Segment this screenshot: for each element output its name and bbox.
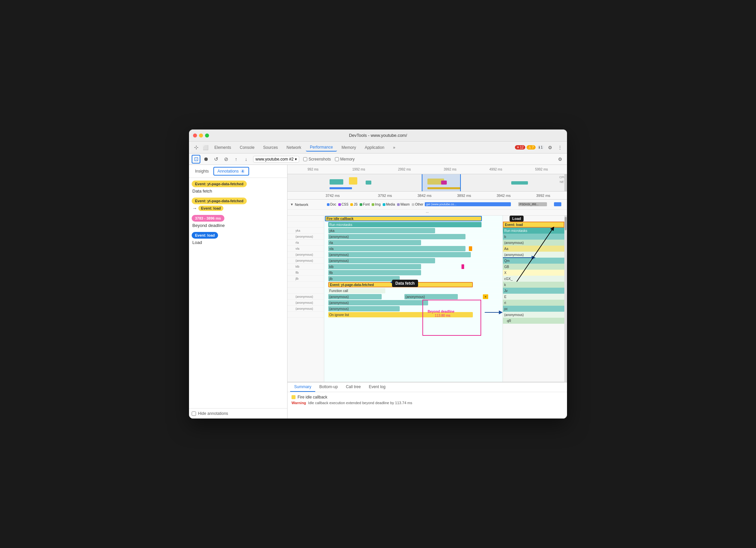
inspector-icon[interactable]: ⊹	[192, 143, 200, 152]
record-button[interactable]: ⊡	[192, 155, 200, 164]
left-panel: Insights Annotations 4 Event: yt-page-da…	[189, 165, 288, 419]
tab-memory[interactable]: Memory	[338, 144, 360, 151]
minimap-scrollbar[interactable]	[564, 174, 567, 191]
event-load-block[interactable]: Event: load	[503, 222, 564, 228]
dropdown-icon[interactable]: ▾	[483, 294, 488, 299]
aa-block[interactable]: Aa	[503, 246, 564, 252]
anon-right-1[interactable]: (anonymous)	[503, 240, 564, 246]
close-button[interactable]	[193, 133, 197, 138]
tab-application[interactable]: Application	[361, 144, 388, 151]
ann1-chip[interactable]: Event: yt-page-data-fetched	[192, 181, 247, 187]
scrollbar-thumb[interactable]	[565, 217, 567, 230]
flame-label-2: yka	[288, 228, 324, 234]
anon2-block[interactable]: (anonymous)	[328, 252, 471, 257]
bottom-up-tab[interactable]: Bottom-up	[315, 382, 342, 392]
cgx-block[interactable]: cGX_	[503, 276, 564, 282]
warning-count: ⚠ 7	[527, 145, 536, 150]
qm-block[interactable]: Qm	[503, 258, 564, 264]
network-label-text: Network	[295, 203, 308, 207]
jv-block[interactable]: Jv	[503, 288, 564, 294]
traffic-lights	[193, 133, 209, 138]
insights-annotations-tabs: Insights Annotations 4	[189, 165, 287, 178]
data-fetch-tooltip: Data fetch	[392, 280, 418, 287]
download-button[interactable]: ↓	[242, 155, 250, 164]
run-microtasks-right[interactable]: Run microtasks	[503, 228, 564, 234]
b-block[interactable]: b	[503, 234, 564, 240]
ann3-chip[interactable]: 3783 - 3896 ms	[192, 215, 224, 222]
settings-icon[interactable]: ⚙	[546, 143, 554, 152]
ruler-ticks: 992 ms 1992 ms 2992 ms 3992 ms 4992 ms 5…	[290, 168, 564, 171]
pc-block[interactable]: pc	[503, 306, 564, 312]
tab-performance[interactable]: Performance	[306, 144, 337, 152]
upload-button[interactable]: ↑	[232, 155, 240, 164]
flame-label-12	[288, 288, 324, 294]
network-label-container: ▼ Network	[288, 203, 324, 207]
tab-elements[interactable]: Elements	[210, 144, 235, 151]
warning-row: Warning Idle callback execution extended…	[292, 401, 563, 405]
ann2-arrow-chip[interactable]: Event: load	[198, 206, 223, 211]
minimap[interactable]: CPU NET	[288, 174, 567, 192]
k-block[interactable]: k	[503, 282, 564, 288]
memory-checkbox[interactable]	[335, 157, 339, 161]
tab-icons: ✕ 12 ⚠ 7 ℹ 1 ⚙ ⋮	[515, 143, 564, 152]
maximize-button[interactable]	[205, 133, 209, 138]
device-icon[interactable]: ⬜	[201, 143, 210, 152]
flame-area[interactable]: yka (anonymous) rla vla (anonymous) (ano…	[288, 216, 567, 382]
anon4-block[interactable]: (anonymous)	[328, 294, 382, 299]
annotation-item-1: Event: yt-page-data-fetched Data fetch	[192, 181, 285, 194]
anon-right-2[interactable]: (anonymous)	[503, 252, 564, 258]
hide-annotations-checkbox[interactable]	[192, 412, 196, 416]
anon1-block[interactable]: (anonymous)	[328, 234, 465, 239]
capture-settings-icon[interactable]: ⚙	[556, 155, 564, 164]
anon5-block[interactable]: (anonymous)	[404, 294, 458, 299]
event-log-tab[interactable]: Event log	[365, 382, 389, 392]
gb-block[interactable]: GB	[503, 264, 564, 270]
anon-right-3[interactable]: (anonymous)	[503, 312, 564, 318]
legend-font: Font	[360, 203, 370, 206]
clear-button[interactable]: ⊘	[222, 155, 230, 164]
summary-tab[interactable]: Summary	[290, 382, 315, 392]
ann1-label: Data fetch	[192, 189, 285, 194]
panel-scrollbar[interactable]	[564, 216, 567, 382]
devtools-tabs: ⊹ ⬜ Elements Console Sources Network Per…	[189, 142, 567, 154]
annotations-tab[interactable]: Annotations 4	[213, 167, 249, 176]
anon6-block[interactable]: (anonymous)	[328, 300, 428, 305]
timeline-selection[interactable]	[422, 174, 461, 191]
tab-network[interactable]: Network	[282, 144, 305, 151]
tab-more[interactable]: »	[389, 144, 399, 151]
insights-tab[interactable]: Insights	[192, 168, 212, 175]
vla-block[interactable]: vla	[328, 246, 465, 251]
ri-block[interactable]: ri	[503, 300, 564, 306]
e-block[interactable]: E	[503, 294, 564, 300]
tab-sources[interactable]: Sources	[259, 144, 282, 151]
flb-block[interactable]: flb	[328, 270, 421, 275]
reload-button[interactable]: ↺	[212, 155, 220, 164]
annotation-item-3: 3783 - 3896 ms Beyond deadline	[192, 215, 285, 228]
run-microtasks-block[interactable]: Run microtasks	[328, 222, 482, 227]
more-options-icon[interactable]: ⋮	[556, 143, 564, 152]
anon3-block[interactable]: (anonymous)	[328, 258, 435, 263]
flame-row-5: vla	[324, 246, 503, 252]
chevron-down-icon: ▾	[295, 157, 297, 162]
annotation-item-4: Event: load Load	[192, 232, 285, 245]
call-tree-tab[interactable]: Call tree	[342, 382, 365, 392]
ann4-chip[interactable]: Event: load	[192, 232, 218, 239]
klb-block[interactable]: klb	[328, 264, 421, 269]
x-block[interactable]: X	[503, 270, 564, 276]
screenshots-checkbox[interactable]	[303, 157, 307, 161]
rla-block[interactable]: rla	[328, 240, 421, 245]
flame-chart-main[interactable]: Fire idle callback Run microtasks yka	[324, 216, 503, 382]
ann4-label: Load	[192, 240, 285, 245]
qr-block[interactable]: qR	[503, 318, 564, 324]
fire-idle-block[interactable]: Fire idle callback	[325, 216, 482, 221]
flame-row-3: (anonymous)	[324, 234, 503, 240]
start-recording-button[interactable]: ⏺	[202, 155, 210, 164]
anon7-block[interactable]: (anonymous)	[328, 306, 400, 311]
minimize-button[interactable]	[199, 133, 203, 138]
url-select[interactable]: www.youtube.com #2 ▾	[253, 156, 299, 163]
jlb-block[interactable]: jlb	[328, 276, 400, 281]
function-call-block[interactable]: Function call	[328, 288, 385, 293]
tab-console[interactable]: Console	[236, 144, 258, 151]
yka-block[interactable]: yka	[328, 228, 435, 233]
ann2-chip[interactable]: Event: yt-page-data-fetched	[192, 198, 247, 204]
